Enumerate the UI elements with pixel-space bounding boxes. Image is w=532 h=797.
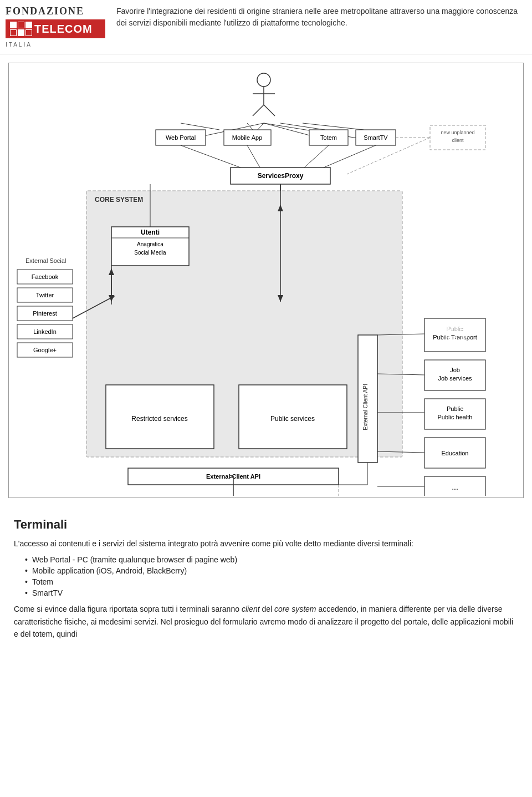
list-item: Web Portal - PC (tramite qualunque brows…: [25, 555, 518, 564]
telecom-logo-text: TELECOM: [34, 23, 93, 35]
svg-point-0: [257, 73, 270, 87]
svg-line-4: [264, 105, 275, 116]
facebook-label: Facebook: [32, 273, 59, 280]
list-item: Mobile application (iOS, Android, BlackB…: [25, 566, 518, 575]
google-plus-label: Google+: [33, 347, 57, 353]
job-services-label2: Job services: [438, 375, 472, 382]
restricted-services-label: Restricted services: [131, 415, 187, 423]
mobile-app-label: Mobile App: [232, 134, 262, 141]
core-system-label: CORE SYSTEM: [95, 196, 143, 204]
services-proxy-label: ServicesProxy: [258, 172, 304, 180]
anagrafica-label: Anagrafica: [137, 241, 163, 247]
public-services-label: Public services: [270, 415, 315, 423]
italia-logo-text: ITALIA: [6, 42, 32, 48]
fondazione-logo-text: FONDAZIONE: [6, 6, 105, 17]
svg-line-7: [280, 123, 325, 130]
web-portal-label: Web Portal: [166, 134, 196, 141]
page-header: FONDAZIONE TELECOM ITALIA Favorire l'int…: [0, 0, 532, 54]
external-client-api-vertical: External Client API: [362, 384, 369, 430]
utenti-label: Utenti: [141, 229, 160, 236]
client-italic: client: [242, 605, 260, 613]
pinterest-label: Pinterest: [33, 310, 57, 317]
diagram-svg: Web Portal Mobile App Totem SmartTV new …: [9, 63, 519, 496]
public-health-label: Public: [447, 405, 463, 412]
job-services-label: Job: [450, 367, 460, 373]
terminali-title: Terminali: [14, 517, 518, 532]
svg-line-5: [181, 123, 219, 130]
new-unplanned-client: client: [452, 138, 464, 143]
list-item: SmartTV: [25, 588, 518, 597]
smarttv-label: SmartTV: [364, 134, 388, 141]
header-description: Favorire l'integrazione dei residenti di…: [105, 6, 521, 29]
totem-label: Totem: [320, 134, 337, 141]
core-system-italic: core system: [274, 605, 316, 613]
para-text-1: Come si evince dalla figura riportata so…: [14, 605, 242, 613]
terminali-section: Terminali L'accesso ai contenuti e i ser…: [0, 506, 532, 657]
twitter-label: Twitter: [36, 292, 54, 298]
terminali-intro: L'accesso ai contenuti e i servizi del s…: [14, 537, 518, 550]
linkedin-label: LinkedIn: [33, 328, 57, 335]
svg-text:Transport: Transport: [442, 334, 468, 341]
terminali-list: Web Portal - PC (tramite qualunque brows…: [14, 555, 518, 597]
terminali-paragraph: Come si evince dalla figura riportata so…: [14, 603, 518, 640]
external-social-label: External Social: [25, 257, 66, 264]
education-label: Education: [442, 450, 469, 456]
para-text-1b: del: [260, 605, 274, 613]
ellipsis-right-label: ...: [452, 483, 458, 491]
social-media-label: Social Media: [134, 250, 166, 256]
list-item: Totem: [25, 577, 518, 586]
svg-line-8: [303, 123, 364, 130]
svg-text:Public: Public: [447, 326, 463, 332]
architecture-diagram: Web Portal Mobile App Totem SmartTV new …: [8, 63, 524, 498]
new-unplanned-label: new unplanned: [441, 130, 474, 135]
public-health-label2: Public health: [438, 414, 473, 420]
logo-area: FONDAZIONE TELECOM ITALIA: [6, 6, 105, 48]
svg-line-3: [253, 105, 264, 116]
